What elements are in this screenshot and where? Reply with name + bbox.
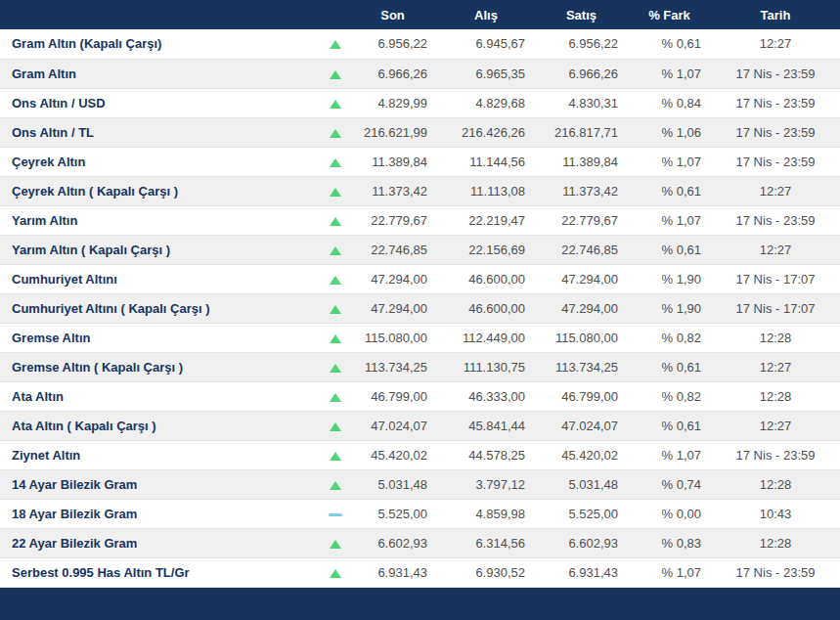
up-trend-icon (330, 158, 341, 167)
instrument-name[interactable]: Ziynet Altın (0, 440, 323, 469)
tarih-value: 17 Nis - 23:59 (711, 117, 840, 147)
fark-value: % 0,61 (628, 235, 711, 264)
trend-cell (323, 499, 348, 528)
table-footer-bar (0, 588, 840, 620)
son-value: 47.294,00 (348, 264, 437, 293)
up-trend-icon (330, 100, 341, 109)
up-trend-icon (330, 364, 341, 373)
tarih-value: 12:28 (711, 528, 840, 557)
alis-value: 6.965,35 (437, 59, 535, 88)
fark-value: % 1,07 (628, 440, 711, 469)
table-row: 18 Ayar Bilezik Gram5.525,004.859,985.52… (0, 499, 840, 528)
instrument-name[interactable]: Gremse Altın ( Kapalı Çarşı ) (0, 352, 323, 381)
instrument-name[interactable]: Gram Altın (0, 59, 323, 88)
instrument-name[interactable]: Yarım Altın ( Kapalı Çarşı ) (0, 235, 323, 264)
trend-cell (323, 29, 348, 59)
fark-value: % 1,07 (628, 147, 711, 176)
son-value: 22.779,67 (348, 205, 437, 235)
satis-value: 47.024,07 (535, 411, 628, 440)
table-row: Çeyrek Altın11.389,8411.144,5611.389,84%… (0, 147, 840, 176)
instrument-name[interactable]: Serbest 0.995 Has Altın TL/Gr (0, 557, 323, 587)
instrument-name[interactable]: Gremse Altın (0, 323, 323, 352)
up-trend-icon (330, 129, 341, 138)
son-value: 5.525,00 (348, 499, 437, 528)
up-trend-icon (330, 217, 341, 226)
son-value: 4.829,99 (348, 88, 437, 117)
satis-value: 6.966,26 (535, 59, 628, 88)
satis-value: 22.779,67 (535, 205, 628, 235)
alis-value: 11.144,56 (437, 147, 535, 176)
instrument-name[interactable]: Çeyrek Altın ( Kapalı Çarşı ) (0, 176, 323, 205)
son-value: 47.294,00 (348, 293, 437, 323)
tarih-value: 12:28 (711, 381, 840, 411)
alis-value: 4.859,98 (437, 499, 535, 528)
table-row: Ons Altın / USD4.829,994.829,684.830,31%… (0, 88, 840, 117)
header-instrument (0, 0, 323, 29)
tarih-value: 12:27 (711, 176, 840, 205)
satis-value: 5.525,00 (535, 499, 628, 528)
instrument-name[interactable]: 14 Ayar Bilezik Gram (0, 469, 323, 499)
tarih-value: 12:27 (711, 235, 840, 264)
instrument-name[interactable]: Gram Altın (Kapalı Çarşı) (0, 29, 323, 59)
instrument-name[interactable]: Cumhuriyet Altını (0, 264, 323, 293)
table-row: Ons Altın / TL216.621,99216.426,26216.81… (0, 117, 840, 147)
table-row: Cumhuriyet Altını47.294,0046.600,0047.29… (0, 264, 840, 293)
instrument-name[interactable]: Yarım Altın (0, 205, 323, 235)
alis-value: 6.930,52 (437, 557, 535, 587)
up-trend-icon (330, 305, 341, 314)
alis-value: 4.829,68 (437, 88, 535, 117)
alis-value: 22.219,47 (437, 205, 535, 235)
up-trend-icon (330, 70, 341, 79)
satis-value: 22.746,85 (535, 235, 628, 264)
trend-cell (323, 352, 348, 381)
tarih-value: 12:28 (711, 469, 840, 499)
tarih-value: 17 Nis - 17:07 (711, 264, 840, 293)
satis-value: 6.956,22 (535, 29, 628, 59)
trend-cell (323, 205, 348, 235)
son-value: 216.621,99 (348, 117, 437, 147)
tarih-value: 17 Nis - 23:59 (711, 205, 840, 235)
instrument-name[interactable]: Cumhuriyet Altını ( Kapalı Çarşı ) (0, 293, 323, 323)
table-row: Ata Altın46.799,0046.333,0046.799,00% 0,… (0, 381, 840, 411)
instrument-name[interactable]: Ata Altın (0, 381, 323, 411)
alis-value: 45.841,44 (437, 411, 535, 440)
flat-trend-icon (329, 513, 342, 516)
up-trend-icon (330, 40, 341, 49)
header-son: Son (348, 0, 437, 29)
fark-value: % 0,61 (628, 411, 711, 440)
trend-cell (323, 440, 348, 469)
son-value: 5.031,48 (348, 469, 437, 499)
instrument-name[interactable]: Ons Altın / USD (0, 88, 323, 117)
son-value: 6.602,93 (348, 528, 437, 557)
instrument-name[interactable]: Ata Altın ( Kapalı Çarşı ) (0, 411, 323, 440)
fark-value: % 0,83 (628, 528, 711, 557)
trend-cell (323, 147, 348, 176)
instrument-name[interactable]: Ons Altın / TL (0, 117, 323, 147)
son-value: 6.931,43 (348, 557, 437, 587)
up-trend-icon (330, 540, 341, 549)
trend-cell (323, 88, 348, 117)
tarih-value: 17 Nis - 23:59 (711, 147, 840, 176)
instrument-name[interactable]: 18 Ayar Bilezik Gram (0, 499, 323, 528)
up-trend-icon (330, 188, 341, 197)
tarih-value: 17 Nis - 23:59 (711, 557, 840, 587)
table-row: Gremse Altın115.080,00112.449,00115.080,… (0, 323, 840, 352)
table-row: Gram Altın6.966,266.965,356.966,26% 1,07… (0, 59, 840, 88)
trend-cell (323, 59, 348, 88)
satis-value: 4.830,31 (535, 88, 628, 117)
satis-value: 5.031,48 (535, 469, 628, 499)
instrument-name[interactable]: Çeyrek Altın (0, 147, 323, 176)
trend-cell (323, 293, 348, 323)
son-value: 115.080,00 (348, 323, 437, 352)
header-alis: Alış (437, 0, 535, 29)
alis-value: 216.426,26 (437, 117, 535, 147)
tarih-value: 12:27 (711, 29, 840, 59)
satis-value: 115.080,00 (535, 323, 628, 352)
gold-prices-page: Son Alış Satış % Fark Tarih Gram Altın (… (0, 0, 840, 620)
fark-value: % 1,90 (628, 293, 711, 323)
instrument-name[interactable]: 22 Ayar Bilezik Gram (0, 528, 323, 557)
trend-cell (323, 323, 348, 352)
trend-cell (323, 235, 348, 264)
son-value: 22.746,85 (348, 235, 437, 264)
trend-cell (323, 557, 348, 587)
